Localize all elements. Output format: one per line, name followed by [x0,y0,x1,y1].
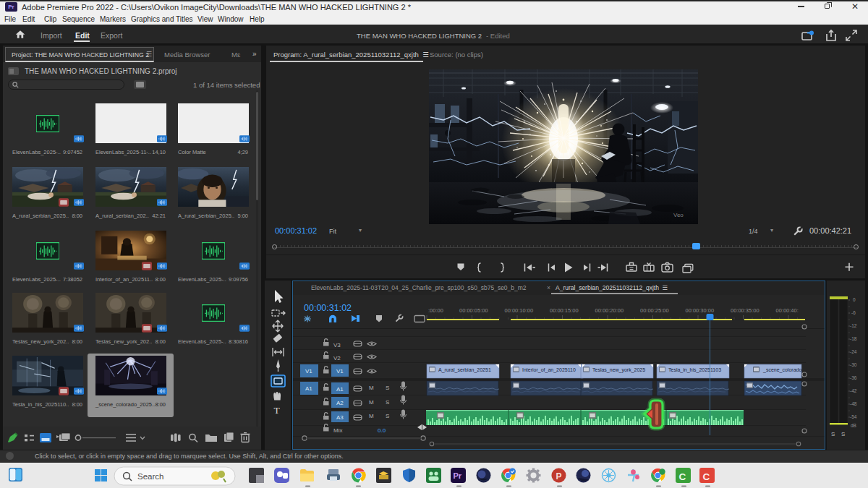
svg-text:T: T [274,405,281,416]
svg-text:S: S [386,399,389,406]
svg-text:M: M [369,413,374,419]
svg-text:P: P [556,471,562,481]
svg-text:A2: A2 [336,400,344,406]
svg-text:0: 0 [853,297,856,302]
svg-text:00:00:15:00: 00:00:15:00 [550,307,579,314]
svg-text:00:00:10:00: 00:00:10:00 [505,307,534,314]
svg-text:-42: -42 [850,388,857,393]
svg-text:S: S [841,431,845,437]
svg-text:Tesla_in_his_20251103: Tesla_in_his_20251103 [668,367,721,373]
svg-text:-6: -6 [851,310,856,315]
svg-text:ElevenLabs_2025-11-03T20_04_25: ElevenLabs_2025-11-03T20_04_25_Charlie_p… [311,284,527,291]
svg-text:M: M [369,399,374,406]
svg-text:S: S [386,385,389,391]
svg-text:-30: -30 [850,362,857,367]
svg-text:0.0: 0.0 [378,427,386,434]
svg-text:×: × [547,284,550,291]
svg-text:-36: -36 [850,375,857,380]
svg-text:C: C [679,471,686,482]
svg-text:Search: Search [137,472,163,481]
svg-text:00:00:31:02: 00:00:31:02 [304,303,352,313]
svg-text:A1: A1 [336,386,344,393]
svg-text:A3: A3 [336,414,344,421]
svg-text:-24: -24 [850,349,857,354]
svg-text:00:00:40:: 00:00:40: [776,307,799,314]
svg-text:A_rural_serbian_20251: A_rural_serbian_20251 [438,367,491,373]
svg-text:A1: A1 [305,385,312,392]
svg-text:00:00:25:00: 00:00:25:00 [640,307,669,314]
svg-text:A_rural_serbian_202511032112_q: A_rural_serbian_202511032112_qxjth ☰ [556,284,668,291]
svg-text:_scene_colorado: _scene_colorado [762,367,801,373]
svg-text:S: S [386,413,389,419]
svg-text:-48: -48 [850,401,857,406]
svg-text:Pr: Pr [454,471,462,480]
svg-text:Teslas_new_york_2025: Teslas_new_york_2025 [592,367,645,373]
svg-text:S: S [831,431,835,437]
svg-text:V1: V1 [305,368,312,374]
svg-text:Interior_of_an_2025110: Interior_of_an_2025110 [522,367,576,373]
svg-text:00:00:05:00: 00:00:05:00 [459,307,488,314]
svg-text:V2: V2 [333,355,341,361]
svg-text:-54: -54 [850,414,857,419]
svg-text:M: M [369,385,374,391]
svg-text:C: C [703,471,710,482]
svg-text::00:00: :00:00 [428,307,443,314]
svg-text:Mix: Mix [333,427,342,434]
svg-text:-18: -18 [850,336,857,341]
svg-text:Veo: Veo [673,212,684,218]
svg-text:00:00:20:00: 00:00:20:00 [595,307,624,314]
svg-text:V1: V1 [336,368,344,374]
svg-text:00:00:30:00: 00:00:30:00 [686,307,715,314]
svg-text:dB: dB [851,423,856,428]
svg-text:-12: -12 [850,323,857,328]
svg-text:00:00:35:00: 00:00:35:00 [731,307,760,314]
svg-text:V3: V3 [333,342,341,348]
